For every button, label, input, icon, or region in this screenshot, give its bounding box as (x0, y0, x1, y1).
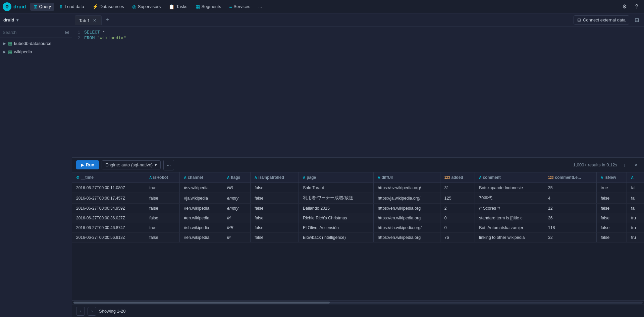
table-cell: false (145, 193, 180, 204)
more-label: ... (258, 4, 262, 9)
col-header-page[interactable]: Apage (299, 172, 374, 183)
col-header-comment[interactable]: Acomment (475, 172, 544, 183)
table-cell: https://en.wikipedia.org (374, 213, 440, 223)
results-close-button[interactable]: ✕ (632, 161, 640, 169)
table-cell: /* Scores */ (475, 204, 544, 213)
sidebar-item-kubedb[interactable]: ▶ ▦ kubedb-datasource (0, 39, 72, 48)
engine-selector[interactable]: Engine: auto (sql-native) ▾ (102, 160, 161, 169)
filter-icon[interactable]: ⊞ (65, 30, 69, 35)
nav-item-segments[interactable]: ▦ Segments (192, 3, 225, 11)
table-cell: 2016-06-27T00:00:17.457Z (72, 193, 145, 204)
num-type-icon: 123 (444, 176, 450, 179)
add-tab-button[interactable]: + (103, 16, 112, 24)
nav-item-supervisors[interactable]: ◎ Supervisors (129, 3, 164, 11)
horizontal-scrollbar[interactable] (72, 300, 644, 305)
search-input[interactable] (3, 30, 63, 35)
table-cell: 2016-06-27T00:00:34.959Z (72, 204, 145, 213)
results-download-button[interactable]: ↓ (621, 161, 629, 169)
nav-item-load-data[interactable]: ⬆ Load data (56, 3, 88, 11)
table-row: 2016-06-27T00:00:11.080Ztrue#sv.wikipedi… (72, 183, 644, 193)
col-header-extra[interactable]: A (627, 172, 644, 183)
nav-item-datasources-label: Datasources (100, 4, 124, 9)
app-logo[interactable]: druid (3, 2, 26, 11)
col-header-isunpatrolled[interactable]: AisUnpatrolled (250, 172, 299, 183)
table-cell: tru (627, 213, 644, 223)
run-button[interactable]: ▶ Run (76, 160, 99, 169)
schema-name: druid (3, 17, 14, 22)
panel-toggle-button[interactable]: ⊟ (632, 15, 641, 25)
table-row: 2016-06-27T00:00:46.874Ztrue#sh.wikipedi… (72, 223, 644, 233)
sidebar: druid ▾ ⊞ ▶ ▦ kubedb-datasource ▶ ▦ wiki… (0, 13, 72, 317)
tab-close-button[interactable]: ✕ (92, 18, 97, 23)
top-navigation: druid ⊞ Query ⬆ Load data ⚡ Datasources … (0, 0, 644, 13)
results-table-wrapper[interactable]: ⏱__time AisRobot Achannel Aflags (72, 172, 644, 300)
table-cell: tru (627, 223, 644, 233)
table-cell: 0 (440, 213, 475, 223)
table-cell: false (250, 233, 299, 243)
sidebar-tree: ▶ ▦ kubedb-datasource ▶ ▦ wikipedia (0, 38, 72, 317)
tabs-bar: Tab 1 ✕ + ⊞ Connect external data ⊟ (72, 13, 644, 27)
col-header-channel[interactable]: Achannel (180, 172, 223, 183)
tabs-right: ⊞ Connect external data ⊟ (574, 15, 641, 25)
table-cell: false (145, 213, 180, 223)
connect-external-data-button[interactable]: ⊞ Connect external data (574, 15, 629, 24)
nav-item-tasks[interactable]: 📋 Tasks (165, 3, 191, 11)
table-cell: false (250, 183, 299, 193)
table-cell: false (250, 204, 299, 213)
text-type-icon: A (149, 176, 152, 179)
supervisors-icon: ◎ (132, 4, 136, 9)
table-cell: fal (627, 193, 644, 204)
prev-page-button[interactable]: ‹ (76, 307, 85, 316)
settings-button[interactable]: ⚙ (620, 2, 629, 11)
table-cell: linking to other wikipedia (475, 233, 544, 243)
text-type-icon: A (303, 176, 305, 179)
table-cell: false (596, 204, 627, 213)
schema-selector[interactable]: druid ▾ (3, 17, 18, 22)
play-icon: ▶ (81, 163, 84, 167)
nav-right: ⚙ ? (620, 2, 641, 11)
text-type-icon: A (479, 176, 481, 179)
table-cell: false (145, 233, 180, 243)
run-toolbar: ▶ Run Engine: auto (sql-native) ▾ ··· 1,… (72, 158, 644, 172)
nav-item-load-data-label: Load data (65, 4, 84, 9)
results-tbody: 2016-06-27T00:00:11.080Ztrue#sv.wikipedi… (72, 183, 644, 243)
code-line-2: 2 FROM "wikipedia" (72, 35, 644, 41)
table-cell: false (250, 193, 299, 204)
col-header-added[interactable]: 123added (440, 172, 475, 183)
code-editor[interactable]: 1 SELECT * 2 FROM "wikipedia" (72, 27, 644, 158)
pagination-info: Showing 1-20 (99, 309, 126, 314)
table-cell: #ja.wikipedia (180, 193, 223, 204)
table-cell: fal (627, 204, 644, 213)
query-area: Tab 1 ✕ + ⊞ Connect external data ⊟ 1 SE… (72, 13, 644, 317)
segments-icon: ▦ (196, 4, 200, 9)
connect-icon: ⊞ (577, 17, 581, 22)
col-header-isrobot[interactable]: AisRobot (145, 172, 180, 183)
scroll-thumb (73, 302, 330, 304)
table-cell: #en.wikipedia (180, 233, 223, 243)
line-number-1: 1 (72, 30, 84, 35)
next-page-button[interactable]: › (88, 307, 96, 316)
datasource-name-kubedb: kubedb-datasource (14, 41, 51, 46)
nav-item-more[interactable]: ... (255, 3, 265, 10)
col-header-flags[interactable]: Aflags (223, 172, 250, 183)
col-header-commentlength[interactable]: 123commentLe... (544, 172, 596, 183)
nav-item-datasources[interactable]: ⚡ Datasources (89, 3, 127, 11)
col-header-time[interactable]: ⏱__time (72, 172, 145, 183)
table-cell: 0 (440, 223, 475, 233)
table-cell: tru (627, 233, 644, 243)
col-header-isnew[interactable]: AisNew (596, 172, 627, 183)
tab-1[interactable]: Tab 1 ✕ (75, 15, 102, 25)
col-header-diffurl[interactable]: AdiffUrl (374, 172, 440, 183)
table-cell: 2016-06-27T00:00:11.080Z (72, 183, 145, 193)
time-type-icon: ⏱ (76, 176, 79, 179)
nav-item-query-label: Query (39, 4, 51, 9)
table-cell: 2016-06-27T00:00:36.027Z (72, 213, 145, 223)
line-content-1: SELECT * (84, 30, 105, 35)
nav-item-query[interactable]: ⊞ Query (30, 3, 54, 11)
query-more-options-button[interactable]: ··· (163, 160, 174, 170)
nav-item-services[interactable]: ≡ Services (226, 3, 254, 11)
sidebar-item-wikipedia[interactable]: ▶ ▦ wikipedia (0, 48, 72, 56)
help-button[interactable]: ? (632, 2, 641, 11)
app-name: druid (13, 4, 26, 9)
table-row: 2016-06-27T00:00:56.913Zfalse#en.wikiped… (72, 233, 644, 243)
